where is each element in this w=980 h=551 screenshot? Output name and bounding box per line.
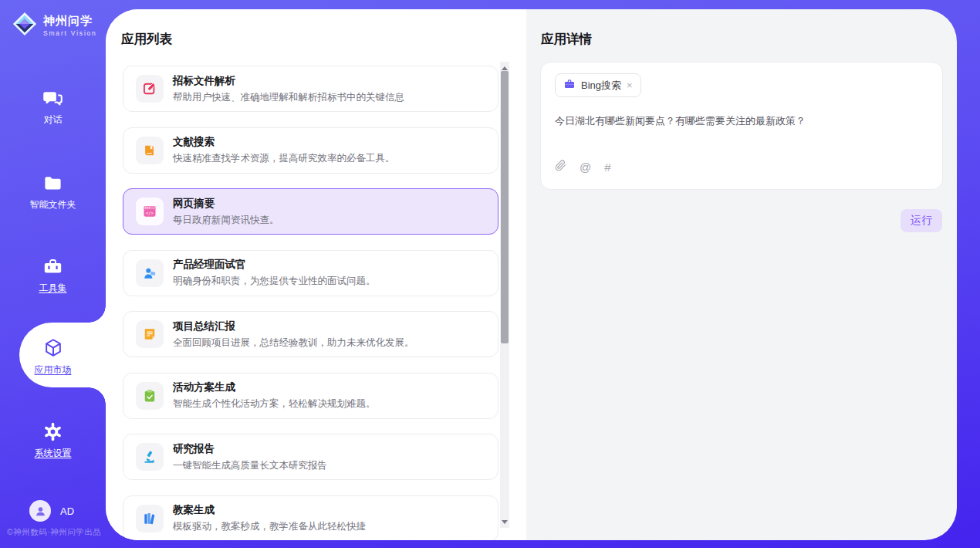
scroll-down-icon[interactable] bbox=[500, 517, 509, 526]
avatar bbox=[29, 500, 51, 522]
app-card-bid-analysis[interactable]: 招标文件解析 帮助用户快速、准确地理解和解析招标书中的关键信息 bbox=[123, 66, 498, 112]
book-icon bbox=[136, 137, 164, 164]
app-description: 每日政府新闻资讯快查。 bbox=[173, 214, 279, 227]
app-description: 全面回顾项目进展，总结经验教训，助力未来优化发展。 bbox=[173, 336, 414, 350]
briefcase-icon bbox=[563, 78, 576, 93]
svg-text:</>: </> bbox=[146, 211, 154, 215]
app-name: 教案生成 bbox=[173, 503, 366, 517]
app-name: 研究报告 bbox=[173, 442, 327, 456]
gear-icon bbox=[0, 420, 106, 443]
sidebar-footer-credit: ©神州数码·神州问学出品 bbox=[7, 527, 106, 538]
sidebar-item-settings[interactable]: 系统设置 bbox=[0, 420, 106, 460]
browser-code-icon: </> bbox=[136, 198, 164, 225]
app-list-panel: 应用列表 招标文件解析 帮助用户快速、准确地理解和解析招标书中的关键信息 bbox=[106, 9, 526, 540]
microscope-icon bbox=[136, 443, 164, 471]
user-name: AD bbox=[60, 505, 74, 517]
sidebar-item-label: 应用市场 bbox=[0, 363, 106, 377]
brand-logo: 神州问学 Smart Vision bbox=[12, 11, 97, 40]
memo-icon bbox=[136, 320, 164, 348]
app-card-project-summary[interactable]: 项目总结汇报 全面回顾项目进展，总结经验教训，助力未来优化发展。 bbox=[123, 311, 498, 357]
main-shell: 应用列表 招标文件解析 帮助用户快速、准确地理解和解析招标书中的关键信息 bbox=[106, 9, 957, 540]
sidebar-item-label: 智能文件夹 bbox=[0, 198, 106, 211]
run-button[interactable]: 运行 bbox=[901, 209, 942, 232]
paperclip-icon[interactable] bbox=[555, 159, 566, 175]
app-detail-panel: 应用详情 Bing搜索 × 今日湖北有哪些新闻要点？有哪些需要关注的最新政策？ bbox=[526, 9, 957, 540]
app-name: 招标文件解析 bbox=[173, 74, 404, 88]
app-card-activity-plan[interactable]: 活动方案生成 智能生成个性化活动方案，轻松解决规划难题。 bbox=[123, 373, 498, 419]
tool-chip-label: Bing搜索 bbox=[581, 79, 621, 93]
app-card-literature-search[interactable]: 文献搜索 快速精准查找学术资源，提高研究效率的必备工具。 bbox=[123, 127, 498, 174]
sidebar-item-label: 系统设置 bbox=[0, 447, 106, 460]
sidebar-item-smart-folder[interactable]: 智能文件夹 bbox=[0, 171, 106, 211]
tool-chip-bing-search[interactable]: Bing搜索 × bbox=[555, 73, 641, 97]
app-list: 招标文件解析 帮助用户快速、准确地理解和解析招标书中的关键信息 文献搜索 快速精… bbox=[123, 66, 498, 540]
app-list-title: 应用列表 bbox=[121, 31, 172, 48]
query-input-text[interactable]: 今日湖北有哪些新闻要点？有哪些需要关注的最新政策？ bbox=[555, 114, 928, 128]
edit-document-icon bbox=[136, 75, 164, 103]
scrollbar-thumb[interactable] bbox=[501, 71, 509, 343]
close-icon[interactable]: × bbox=[627, 80, 633, 90]
app-card-research-report[interactable]: 研究报告 一键智能生成高质量长文本研究报告 bbox=[123, 434, 498, 480]
input-toolbar: @ # bbox=[555, 159, 611, 175]
prompt-card[interactable]: Bing搜索 × 今日湖北有哪些新闻要点？有哪些需要关注的最新政策？ @ # bbox=[540, 62, 943, 190]
chat-icon bbox=[0, 86, 106, 110]
hash-icon[interactable]: # bbox=[604, 161, 610, 174]
cube-icon bbox=[0, 336, 106, 360]
toolbox-icon bbox=[0, 255, 106, 278]
app-card-pm-interviewer[interactable]: 产品经理面试官 明确身份和职责，为您提供专业性的面试问题。 bbox=[123, 250, 498, 296]
app-description: 帮助用户快速、准确地理解和解析招标书中的关键信息 bbox=[173, 91, 404, 104]
sidebar: 神州问学 Smart Vision 对话 智能文件夹 bbox=[0, 0, 106, 548]
app-list-scrollbar[interactable] bbox=[500, 62, 509, 528]
user-account[interactable]: AD bbox=[29, 500, 74, 522]
clipboard-check-icon bbox=[136, 382, 164, 410]
at-icon[interactable]: @ bbox=[580, 161, 591, 174]
sidebar-item-toolset[interactable]: 工具集 bbox=[0, 255, 106, 295]
app-name: 网页摘要 bbox=[173, 197, 279, 211]
app-name: 项目总结汇报 bbox=[173, 319, 414, 333]
app-name: 活动方案生成 bbox=[173, 380, 376, 394]
app-card-web-summary[interactable]: </> 网页摘要 每日政府新闻资讯快查。 bbox=[123, 188, 498, 235]
app-description: 一键智能生成高质量长文本研究报告 bbox=[173, 459, 327, 472]
interviewer-icon bbox=[136, 259, 164, 287]
folder-icon bbox=[0, 171, 106, 194]
app-name: 产品经理面试官 bbox=[173, 258, 376, 272]
app-detail-title: 应用详情 bbox=[541, 31, 592, 48]
brand-name: 神州问学 bbox=[43, 14, 97, 29]
app-description: 快速精准查找学术资源，提高研究效率的必备工具。 bbox=[173, 152, 395, 165]
app-card-lesson-plan[interactable]: 教案生成 模板驱动，教案秒成，教学准备从此轻松快捷 bbox=[123, 495, 498, 541]
sidebar-item-chat[interactable]: 对话 bbox=[0, 86, 106, 127]
app-description: 智能生成个性化活动方案，轻松解决规划难题。 bbox=[173, 397, 376, 411]
brand-diamond-icon bbox=[12, 11, 38, 40]
app-description: 明确身份和职责，为您提供专业性的面试问题。 bbox=[173, 275, 376, 288]
app-description: 模板驱动，教案秒成，教学准备从此轻松快捷 bbox=[173, 520, 366, 533]
books-icon bbox=[136, 505, 164, 532]
app-name: 文献搜索 bbox=[173, 135, 395, 149]
brand-subtitle: Smart Vision bbox=[43, 29, 97, 37]
sidebar-item-label: 对话 bbox=[0, 113, 106, 127]
sidebar-item-app-market[interactable]: 应用市场 bbox=[0, 336, 106, 377]
sidebar-item-label: 工具集 bbox=[0, 282, 106, 295]
